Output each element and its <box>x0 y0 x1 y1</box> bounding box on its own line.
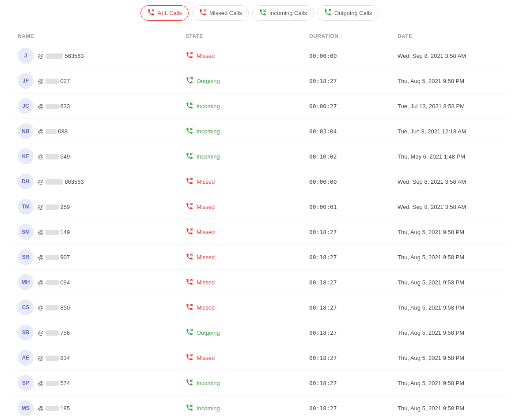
table-row[interactable]: J@ 563563 Missed00:00:00Wed, Sep 8, 2021… <box>13 43 506 68</box>
contact-name: @ 185 <box>38 405 70 412</box>
state-cell: Incoming <box>186 404 309 413</box>
state-label: Missed <box>197 279 215 286</box>
table-row[interactable]: AE@ 834 Missed00:18:27Thu, Aug 5, 2021 9… <box>13 345 506 371</box>
state-cell: Outgoing <box>186 328 309 337</box>
date-cell: Thu, Aug 5, 2021 9:58 PM <box>398 229 501 235</box>
contact-name: @ 574 <box>38 380 70 386</box>
state-cell: Missed <box>186 227 309 237</box>
table-row[interactable]: SR@ 907 Missed00:18:27Thu, Aug 5, 2021 9… <box>13 245 506 270</box>
name-cell-8: SR@ 907 <box>18 249 186 265</box>
missed-call-icon <box>186 202 193 212</box>
table-row[interactable]: MH@ 094 Missed00:18:27Thu, Aug 5, 2021 9… <box>13 270 506 295</box>
table-row[interactable]: SP@ 574 Incoming00:18:27Thu, Aug 5, 2021… <box>13 371 506 396</box>
missed-call-icon <box>186 353 193 363</box>
duration-cell: 00:00:00 <box>309 53 398 59</box>
date-cell: Thu, Aug 5, 2021 9:58 PM <box>398 254 501 261</box>
avatar: SB <box>18 325 34 341</box>
col-date: DATE <box>398 33 501 39</box>
state-label: Missed <box>197 178 215 185</box>
outgoing-call-icon <box>186 328 193 337</box>
table-row[interactable]: JF@ 027 Outgoing00:18:27Thu, Aug 5, 2021… <box>13 68 506 94</box>
missed-calls-label: Missed Calls <box>209 10 242 16</box>
missed-calls-button[interactable]: Missed Calls <box>192 5 249 21</box>
table-row[interactable]: JC@ 633 Incoming00:00:27Tue, Jul 13, 202… <box>13 94 506 119</box>
date-cell: Thu, Aug 5, 2021 9:58 PM <box>398 405 501 412</box>
contact-name: @ 907 <box>38 254 70 261</box>
redacted-name <box>45 230 59 235</box>
contact-name: @ 259 <box>38 204 70 210</box>
outgoing-calls-icon <box>324 8 332 18</box>
state-cell: Incoming <box>186 378 309 388</box>
avatar: KF <box>18 148 34 164</box>
all-calls-button[interactable]: ALL Calls <box>140 5 189 21</box>
date-cell: Thu, Aug 5, 2021 9:58 PM <box>398 329 501 336</box>
date-cell: Tue, Jul 13, 2021 8:58 PM <box>398 103 501 110</box>
duration-cell: 00:10:02 <box>309 153 398 160</box>
state-cell: Missed <box>186 278 309 287</box>
redacted-name <box>45 104 59 109</box>
table-row[interactable]: SM@ 149 Missed00:18:27Thu, Aug 5, 2021 9… <box>13 219 506 245</box>
name-cell-14: MS@ 185 <box>18 400 186 416</box>
state-label: Missed <box>197 304 215 311</box>
table-row[interactable]: NB@ 088 Incoming00:03:04Tue, Jun 8, 2021… <box>13 119 506 144</box>
table-body: J@ 563563 Missed00:00:00Wed, Sep 8, 2021… <box>13 43 506 420</box>
duration-cell: 00:18:27 <box>309 329 398 336</box>
state-label: Incoming <box>197 405 220 412</box>
duration-cell: 00:03:04 <box>309 128 398 135</box>
incoming-calls-button[interactable]: Incoming Calls <box>252 5 314 21</box>
duration-cell: 00:18:27 <box>309 279 398 286</box>
all-calls-label: ALL Calls <box>158 10 182 16</box>
redacted-name <box>45 255 59 260</box>
table-row[interactable]: CS@ 850 Missed00:18:27Thu, Aug 5, 2021 9… <box>13 295 506 320</box>
outgoing-calls-button[interactable]: Outgoing Calls <box>317 5 379 21</box>
contact-name: @ 633 <box>38 103 70 110</box>
date-cell: Thu, Aug 5, 2021 9:58 PM <box>398 304 501 311</box>
state-label: Missed <box>197 355 215 361</box>
outgoing-call-icon <box>186 76 193 86</box>
table-row[interactable]: DH@ 863563 Missed00:00:00Wed, Sep 8, 202… <box>13 169 506 194</box>
duration-cell: 00:00:01 <box>309 204 398 210</box>
state-label: Incoming <box>197 103 220 110</box>
avatar: JF <box>18 73 34 89</box>
state-label: Missed <box>197 204 215 210</box>
redacted-name <box>45 280 59 285</box>
name-cell-11: SB@ 756 <box>18 325 186 341</box>
missed-call-icon <box>186 51 193 61</box>
missed-call-icon <box>186 227 193 237</box>
state-label: Missed <box>197 53 215 59</box>
avatar: MS <box>18 400 34 416</box>
name-cell-10: CS@ 850 <box>18 299 186 315</box>
contact-name: @ 863563 <box>38 178 84 185</box>
contact-name: @ 756 <box>38 329 70 336</box>
contact-name: @ 834 <box>38 355 70 361</box>
state-label: Incoming <box>197 380 220 386</box>
col-name: NAME <box>18 33 186 39</box>
redacted-name <box>45 154 59 159</box>
table-row[interactable]: MS@ 185 Incoming00:18:27Thu, Aug 5, 2021… <box>13 396 506 420</box>
redacted-name <box>45 53 63 59</box>
name-cell-13: SP@ 574 <box>18 375 186 391</box>
redacted-name <box>45 406 59 411</box>
date-cell: Tue, Jun 8, 2021 12:18 AM <box>398 128 501 135</box>
contact-name: @ 549 <box>38 153 70 160</box>
table-header: NAME STATE DURATION DATE <box>13 30 506 43</box>
redacted-name <box>45 204 59 210</box>
state-cell: Incoming <box>186 102 309 111</box>
date-cell: Thu, Aug 5, 2021 9:58 PM <box>398 279 501 286</box>
table-row[interactable]: TM@ 259 Missed00:00:01Wed, Sep 8, 2021 3… <box>13 194 506 219</box>
redacted-name <box>45 356 59 361</box>
state-label: Outgoing <box>197 78 220 84</box>
date-cell: Wed, Sep 8, 2021 3:58 AM <box>398 53 501 59</box>
table-row[interactable]: KF@ 549 Incoming00:10:02Thu, May 6, 2021… <box>13 144 506 169</box>
missed-calls-icon <box>199 8 207 18</box>
state-cell: Incoming <box>186 127 309 136</box>
duration-cell: 00:00:00 <box>309 178 398 185</box>
avatar: SR <box>18 249 34 265</box>
table-row[interactable]: SB@ 756 Outgoing00:18:27Thu, Aug 5, 2021… <box>13 320 506 345</box>
name-cell-7: SM@ 149 <box>18 224 186 240</box>
incoming-call-icon <box>186 378 193 388</box>
avatar: SP <box>18 375 34 391</box>
incoming-calls-icon <box>259 8 267 18</box>
date-cell: Wed, Sep 8, 2021 3:58 AM <box>398 178 501 185</box>
missed-call-icon <box>186 278 193 287</box>
